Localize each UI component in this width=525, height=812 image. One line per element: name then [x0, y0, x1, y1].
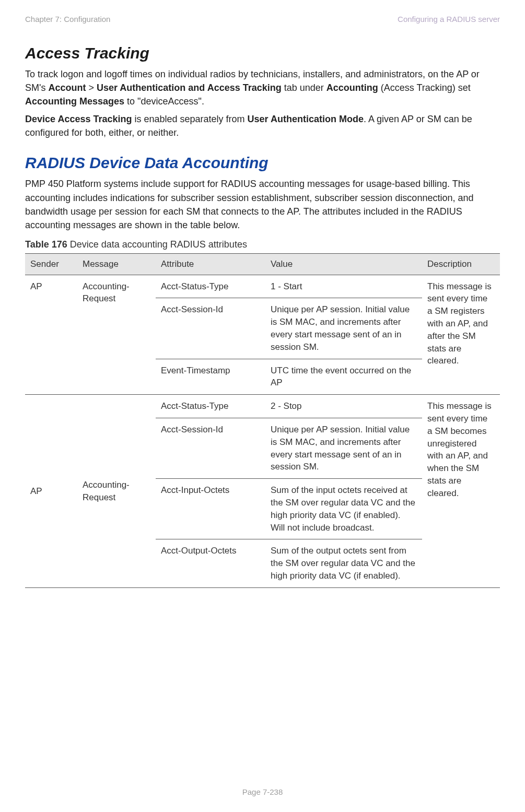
header-left: Chapter 7: Configuration: [25, 15, 110, 23]
cell-value: 2 - Stop: [265, 395, 422, 418]
cell-attribute: Acct-Input-Octets: [156, 479, 265, 539]
page-footer: Page 7-238: [0, 787, 525, 796]
table-caption: Table 176 Device data accounting RADIUS …: [25, 239, 500, 250]
menu-account: Account: [48, 83, 86, 93]
table-caption-text: Device data accounting RADIUS attributes: [67, 239, 247, 250]
term-device-access-tracking: Device Access Tracking: [25, 114, 132, 124]
cell-attribute: Event-Timestamp: [156, 359, 265, 395]
radius-paragraph-1: PMP 450 Platform systems include support…: [25, 177, 500, 231]
table-label: Table 176: [25, 239, 67, 250]
radius-attributes-table: Sender Message Attribute Value Descripti…: [25, 253, 500, 588]
access-tracking-paragraph-1: To track logon and logoff times on indiv…: [25, 67, 500, 108]
cell-attribute: Acct-Session-Id: [156, 298, 265, 359]
cell-value: Sum of the output octets sent from the S…: [265, 539, 422, 587]
table-row: AP Accounting-Request Acct-Status-Type 1…: [25, 275, 500, 298]
page: Chapter 7: Configuration Configuring a R…: [0, 0, 525, 812]
table-row: AP Accounting-Request Acct-Status-Type 2…: [25, 395, 500, 418]
section-title-access-tracking: Access Tracking: [25, 44, 500, 62]
cell-attribute: Acct-Output-Octets: [156, 539, 265, 587]
cell-value: 1 - Start: [265, 275, 422, 298]
header-right: Configuring a RADIUS server: [398, 15, 500, 23]
text: (Access Tracking) set: [378, 83, 471, 93]
text: tab under: [282, 83, 326, 93]
col-header-message: Message: [77, 253, 156, 275]
text: >: [86, 83, 97, 93]
cell-sender: AP: [25, 395, 77, 588]
cell-value: UTC time the event occurred on the AP: [265, 359, 422, 395]
col-header-sender: Sender: [25, 253, 77, 275]
table-header-row: Sender Message Attribute Value Descripti…: [25, 253, 500, 275]
menu-accounting: Accounting: [326, 83, 378, 93]
cell-attribute: Acct-Status-Type: [156, 275, 265, 298]
col-header-attribute: Attribute: [156, 253, 265, 275]
access-tracking-paragraph-2: Device Access Tracking is enabled separa…: [25, 112, 500, 139]
cell-message: Accounting-Request: [77, 395, 156, 588]
section-title-radius-accounting: RADIUS Device Data Accounting: [25, 154, 500, 172]
menu-user-auth-tracking: User Authentication and Access Tracking: [97, 83, 282, 93]
cell-description: This message is sent every time a SM bec…: [422, 395, 500, 588]
cell-sender: AP: [25, 275, 77, 395]
cell-value: Sum of the input octets received at the …: [265, 479, 422, 539]
text: to "deviceAccess".: [124, 96, 204, 107]
cell-message: Accounting-Request: [77, 275, 156, 395]
term-user-auth-mode: User Authentication Mode: [248, 114, 364, 124]
cell-value: Unique per AP session. Initial value is …: [265, 418, 422, 479]
cell-attribute: Acct-Session-Id: [156, 418, 265, 479]
col-header-description: Description: [422, 253, 500, 275]
cell-value: Unique per AP session. Initial value is …: [265, 298, 422, 359]
page-header: Chapter 7: Configuration Configuring a R…: [25, 15, 500, 23]
text: is enabled separately from: [132, 114, 247, 124]
cell-description: This message is sent every time a SM reg…: [422, 275, 500, 395]
menu-accounting-messages: Accounting Messages: [25, 96, 124, 107]
cell-attribute: Acct-Status-Type: [156, 395, 265, 418]
col-header-value: Value: [265, 253, 422, 275]
